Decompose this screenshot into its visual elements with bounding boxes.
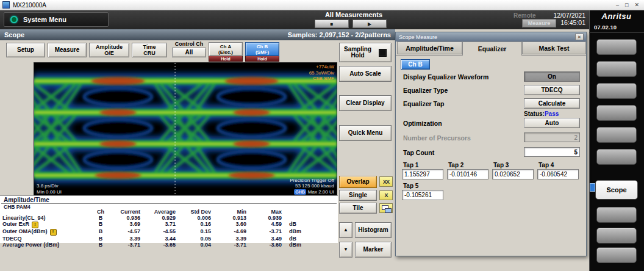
optimization-button[interactable]: Auto	[524, 118, 580, 128]
histogram-button[interactable]: Histogram	[355, 222, 392, 238]
panel-divider	[589, 32, 644, 33]
status-line: Status:Pass	[524, 110, 559, 117]
baudrate-readout: 53 125 000 kbaud	[290, 183, 334, 189]
channel-readout: ChB SMF	[309, 76, 334, 82]
firmware-version: 07.02.10	[594, 24, 617, 31]
tab-mask-test[interactable]: Mask Test	[522, 42, 586, 54]
stop-icon: ■	[331, 21, 334, 27]
horizontal-scale-readout: 3.8 ps/Div	[37, 183, 62, 189]
time-label: 16:45:01	[548, 19, 585, 26]
overlap-icon[interactable]: XX	[379, 176, 393, 187]
row-name: Outer ExR!	[2, 222, 91, 228]
play-icon: ▶	[368, 21, 371, 27]
clear-display-button[interactable]: Clear Display	[339, 95, 392, 111]
window-title: MX210000A	[13, 2, 46, 9]
warning-icon: !	[32, 222, 38, 228]
maximize-button[interactable]: □	[625, 2, 628, 8]
col-header-ch: Ch	[91, 209, 110, 215]
samples-counter: Samples: 2,097,152 - 2/2patterns	[288, 31, 391, 38]
optimization-label: Optimization	[403, 120, 442, 127]
tap5-field[interactable]: -0.105261	[402, 190, 443, 200]
window-titlebar: MX210000A – □ ✕	[0, 0, 644, 10]
time-cru-button[interactable]: Time CRU	[132, 43, 167, 57]
col-header-current: Current	[110, 209, 145, 215]
quick-menu-button[interactable]: Quick Menu	[339, 125, 392, 141]
tile-icon[interactable]	[379, 203, 393, 213]
equalizer-type-label: Equalizer Type	[403, 87, 448, 94]
tap4-field[interactable]: -0.060542	[537, 169, 579, 179]
tab-amplitude-time[interactable]: Amplitude/Time	[397, 42, 462, 54]
overlap-button[interactable]: Overlap	[339, 176, 377, 188]
calculate-button[interactable]: Calculate	[524, 98, 580, 109]
display-equalizer-label: Display Equalizer Waveform	[403, 73, 488, 81]
min-ui-readout: Min 0.00 UI	[37, 189, 62, 195]
function-key[interactable]	[596, 61, 637, 77]
remote-label: Remote	[513, 12, 536, 19]
power-readout: +774uW	[309, 64, 334, 70]
all-measurements-label: All Measurements	[312, 11, 395, 18]
dialog-titlebar[interactable]: Scope Measure	[396, 32, 586, 42]
equalizer-type-button[interactable]: TDECQ	[524, 85, 580, 95]
eye-diagram-display: +774uW 65.3uW/Div ChB SMF 3.8 ps/Div Min…	[34, 62, 337, 197]
control-ch-all-button[interactable]: All	[172, 48, 206, 57]
channel-badge: GHB	[294, 189, 306, 195]
tap5-label: Tap 5	[403, 182, 418, 189]
measurement-table: Ch Current Average Std Dev Min Max Linea…	[2, 209, 337, 248]
tap3-field[interactable]: 0.020652	[492, 169, 534, 179]
display-equalizer-toggle[interactable]: On	[524, 71, 580, 82]
function-key[interactable]	[596, 83, 637, 99]
function-key[interactable]	[596, 105, 637, 121]
dialog-close-button[interactable]: ✕	[575, 34, 584, 40]
auto-scale-button[interactable]: Auto Scale	[339, 66, 392, 82]
measure-button[interactable]: Measure	[48, 43, 87, 57]
tab-equalizer[interactable]: Equalizer	[462, 42, 522, 56]
system-menu-button[interactable]: System Menu	[4, 12, 109, 27]
precursors-label: Number of Precursors	[403, 134, 471, 142]
setup-button[interactable]: Setup	[6, 43, 45, 57]
scope-function-key[interactable]: Scope	[595, 180, 638, 200]
close-button[interactable]: ✕	[634, 2, 639, 8]
single-button[interactable]: Single	[339, 190, 377, 201]
scope-mini-icon	[590, 183, 595, 192]
single-icon[interactable]: X	[379, 190, 393, 200]
tap2-field[interactable]: -0.010146	[447, 169, 488, 179]
function-key[interactable]	[596, 149, 637, 165]
table-title: Amplitude/Time	[4, 197, 49, 203]
scroll-up-button[interactable]: ▲	[339, 222, 352, 238]
tap1-label: Tap 1	[403, 162, 418, 168]
start-measurement-button[interactable]: ▶	[352, 20, 387, 28]
amplitude-oe-button[interactable]: Amplitude O/E	[89, 43, 129, 57]
col-header-max: Max	[251, 209, 287, 215]
tap2-label: Tap 2	[448, 162, 463, 168]
scope-title: Scope	[4, 31, 24, 38]
equalizer-tap-label: Equalizer Tap	[403, 100, 445, 107]
row-name: Linearity(CL_94)	[2, 215, 91, 221]
ch-b-button[interactable]: Ch B (SMF)	[245, 42, 279, 56]
tap1-field[interactable]: 1.155297	[402, 169, 443, 179]
scroll-down-button[interactable]: ▼	[339, 242, 352, 258]
function-key[interactable]	[596, 247, 637, 263]
col-header-min: Min	[216, 209, 251, 215]
col-header-average: Average	[145, 209, 181, 215]
system-menu-label: System Menu	[23, 16, 66, 23]
trigger-status: Precision Trigger Off	[290, 178, 334, 184]
marker-button[interactable]: Marker	[355, 242, 392, 258]
ch-a-button[interactable]: Ch A (Elec.)	[209, 42, 243, 56]
stop-measurement-button[interactable]: ■	[315, 20, 349, 28]
dialog-title: Scope Measure	[399, 34, 437, 40]
ch-b-hold-indicator: Hold	[245, 56, 279, 62]
row-name: Outer OMA(dBm)!	[2, 229, 91, 236]
minimize-button[interactable]: –	[616, 2, 619, 8]
function-key[interactable]	[596, 39, 637, 55]
function-key[interactable]	[596, 207, 637, 223]
date-label: 12/07/2021	[548, 12, 585, 19]
tap-count-field[interactable]: 5	[524, 147, 580, 157]
function-key[interactable]	[596, 127, 637, 143]
ch-b-selector-button[interactable]: Ch B	[401, 59, 430, 70]
tile-button[interactable]: Tile	[339, 203, 377, 214]
sampling-hold-button[interactable]: Sampling Hold	[339, 43, 392, 62]
anritsu-logo: Anritsu	[589, 12, 644, 21]
status-value: Pass	[545, 110, 559, 117]
tap3-label: Tap 3	[493, 162, 509, 168]
function-key[interactable]	[596, 228, 637, 244]
